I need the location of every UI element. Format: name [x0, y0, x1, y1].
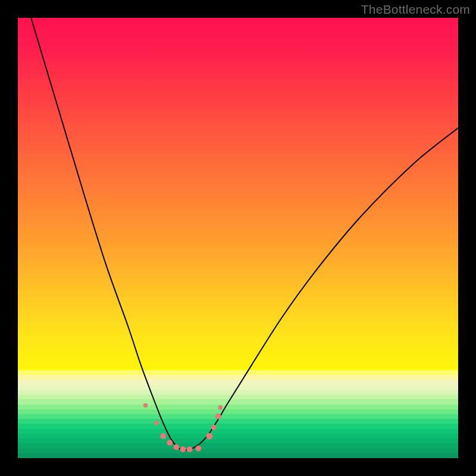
marker-group — [143, 403, 223, 452]
marker-point — [160, 433, 166, 439]
watermark-text: TheBottleneck.com — [361, 2, 470, 17]
marker-point — [206, 433, 212, 440]
marker-point — [143, 403, 148, 408]
marker-point — [173, 444, 179, 450]
marker-point — [167, 440, 173, 446]
marker-point — [211, 425, 217, 430]
marker-point — [195, 446, 201, 452]
chart-overlay-svg — [18, 18, 458, 458]
marker-point — [215, 414, 221, 419]
marker-point — [218, 405, 223, 410]
marker-point — [180, 446, 186, 452]
bottleneck-curve — [31, 18, 458, 450]
plot-area — [18, 18, 458, 458]
marker-point — [154, 421, 159, 425]
marker-point — [187, 446, 193, 452]
